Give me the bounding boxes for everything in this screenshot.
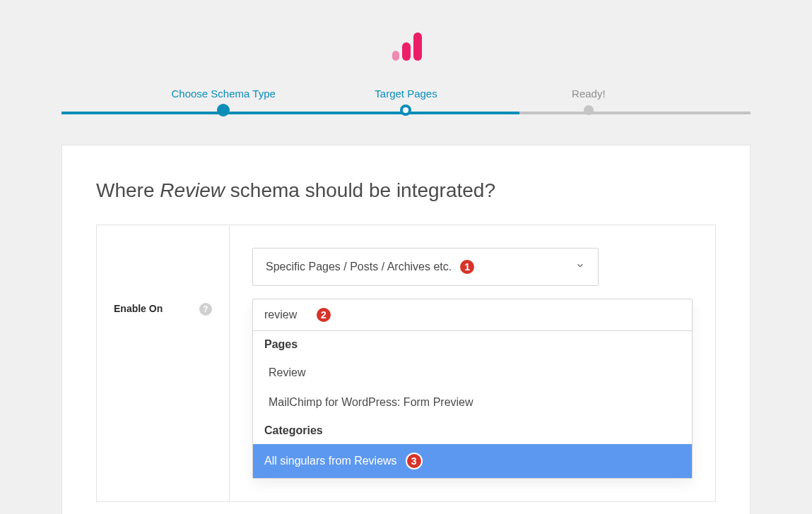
help-icon[interactable]: ? bbox=[199, 303, 212, 316]
search-dropdown: Pages Review MailChimp for WordPress: Fo… bbox=[253, 330, 692, 478]
step-label: Target Pages bbox=[314, 88, 497, 100]
annotation-badge-1: 1 bbox=[459, 258, 476, 275]
search-input[interactable] bbox=[259, 299, 315, 330]
step-choose-schema[interactable]: Choose Schema Type bbox=[132, 88, 314, 116]
step-ready[interactable]: Ready! bbox=[498, 88, 680, 116]
dropdown-group-pages: Pages bbox=[253, 331, 692, 358]
step-label: Choose Schema Type bbox=[132, 88, 314, 100]
target-type-select[interactable]: Specific Pages / Posts / Archives etc. 1 bbox=[252, 248, 599, 286]
select-text: Specific Pages / Posts / Archives etc. bbox=[266, 261, 452, 273]
heading-italic: Review bbox=[160, 179, 225, 201]
logo-bars-icon bbox=[388, 28, 425, 65]
progress-bar: Choose Schema Type Target Pages Ready! bbox=[61, 88, 751, 116]
step-dot-icon bbox=[217, 104, 230, 116]
heading-suffix: schema should be integrated? bbox=[225, 179, 495, 201]
form-control-cell: Specific Pages / Posts / Archives etc. 1… bbox=[230, 225, 715, 501]
dropdown-item-mailchimp[interactable]: MailChimp for WordPress: Form Preview bbox=[253, 388, 692, 417]
enable-on-label: Enable On bbox=[114, 303, 163, 314]
dropdown-item-text: All singulars from Reviews bbox=[264, 455, 397, 467]
svg-rect-2 bbox=[413, 32, 422, 61]
step-dot-icon bbox=[584, 105, 594, 115]
page-title: Where Review schema should be integrated… bbox=[96, 179, 716, 202]
chevron-down-icon bbox=[575, 261, 585, 273]
form-enable-on: Enable On ? Specific Pages / Posts / Arc… bbox=[96, 225, 716, 502]
step-target-pages[interactable]: Target Pages bbox=[314, 88, 497, 116]
progress-steps: Choose Schema Type Target Pages Ready! bbox=[61, 88, 751, 116]
dropdown-item-review[interactable]: Review bbox=[253, 358, 692, 388]
svg-rect-0 bbox=[392, 51, 399, 61]
heading-prefix: Where bbox=[96, 179, 160, 201]
search-row: 2 bbox=[253, 299, 692, 330]
step-label: Ready! bbox=[498, 88, 680, 100]
wizard-container: Choose Schema Type Target Pages Ready! W… bbox=[61, 28, 751, 514]
logo bbox=[61, 28, 751, 65]
dropdown-item-all-singulars-reviews[interactable]: All singulars from Reviews 3 bbox=[253, 444, 692, 478]
select-value: Specific Pages / Posts / Archives etc. 1 bbox=[266, 258, 476, 275]
annotation-badge-2: 2 bbox=[315, 306, 332, 323]
annotation-badge-3: 3 bbox=[406, 453, 423, 470]
form-label-cell: Enable On ? bbox=[97, 225, 230, 501]
step-dot-icon bbox=[400, 104, 411, 116]
wizard-card: Where Review schema should be integrated… bbox=[61, 145, 751, 514]
dropdown-group-categories: Categories bbox=[253, 417, 692, 444]
target-search-combobox[interactable]: 2 Pages Review MailChimp for WordPress: … bbox=[252, 299, 693, 479]
svg-rect-1 bbox=[402, 42, 411, 61]
